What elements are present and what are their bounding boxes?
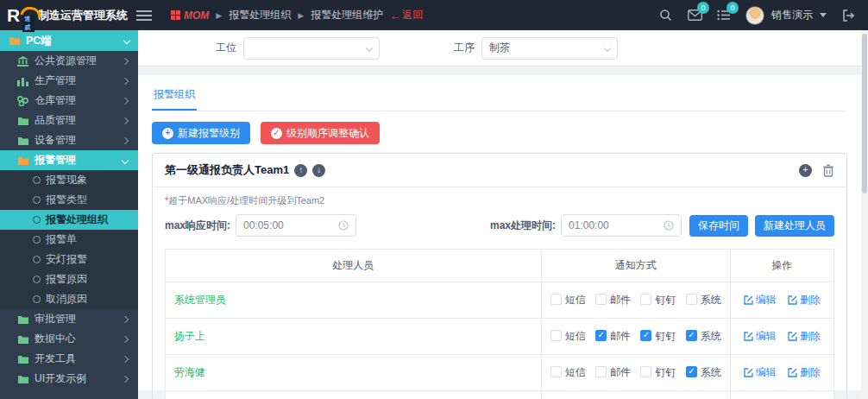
breadcrumb-item[interactable]: 报警处理组织 — [229, 8, 291, 22]
user-avatar[interactable] — [745, 6, 764, 25]
breadcrumb-home[interactable]: MOM — [171, 10, 209, 22]
ring-icon — [33, 176, 41, 184]
table-row: 系统管理员 短信 邮件 钉钉 系统 编辑 删除 — [166, 282, 834, 319]
email-checkbox[interactable] — [595, 294, 607, 305]
todo-list-icon[interactable]: 0 — [716, 8, 732, 23]
sidebar-item-quality[interactable]: 品质管理 — [0, 111, 138, 130]
ring-icon — [33, 256, 41, 263]
table-row: Alex 短信 邮件 钉钉 系统 编辑 删除 — [166, 391, 834, 399]
delete-link[interactable]: 删除 — [788, 293, 821, 307]
process-select[interactable]: 制茶 — [481, 37, 618, 60]
sidebar-root-pc[interactable]: PC端 — [0, 30, 138, 51]
logout-icon[interactable] — [840, 8, 856, 23]
back-button[interactable]: ← 返回 — [390, 8, 423, 22]
header-actions: 0 0 销售演示 — [657, 6, 868, 25]
max-handle-label: max处理时间: — [490, 218, 556, 233]
ring-icon — [33, 236, 41, 244]
move-up-icon[interactable]: ↑ — [294, 164, 307, 177]
save-time-button[interactable]: 保存时间 — [689, 215, 748, 237]
dingtalk-label: 钉钉 — [655, 294, 676, 306]
search-icon[interactable] — [657, 8, 673, 23]
sms-checkbox[interactable] — [550, 366, 562, 377]
app-logo: R 速威 制造运营管理系统 — [0, 6, 128, 24]
breadcrumb-item[interactable]: 报警处理组维护 — [311, 8, 383, 22]
user-name[interactable]: 销售演示 — [771, 8, 813, 22]
tab-bar: 报警组织 — [152, 84, 847, 111]
sidebar-item-dev-tools[interactable]: 开发工具 — [0, 349, 138, 369]
folder-icon — [17, 314, 29, 325]
system-label: 系统 — [701, 330, 721, 342]
chevron-down-icon — [366, 44, 373, 51]
chart-icon — [17, 76, 29, 86]
add-team-icon[interactable]: + — [799, 164, 812, 177]
delete-link[interactable]: 删除 — [788, 365, 821, 380]
sidebar-item-data-center[interactable]: 数据中心 — [0, 329, 138, 349]
max-handle-input[interactable]: 01:00:00 — [561, 214, 682, 237]
email-checkbox[interactable] — [595, 330, 607, 341]
sidebar-item-approval[interactable]: 审批管理 — [0, 309, 138, 329]
sidebar-sub-alarm-reason[interactable]: 报警原因 — [0, 269, 138, 289]
toolbar: + 新建报警级别 ✓ 级别顺序调整确认 — [152, 122, 847, 144]
sms-label: 短信 — [565, 294, 586, 306]
system-checkbox[interactable] — [686, 366, 697, 377]
confirm-level-order-button[interactable]: ✓ 级别顺序调整确认 — [261, 122, 380, 144]
sms-checkbox[interactable] — [550, 294, 562, 305]
email-label: 邮件 — [610, 294, 631, 306]
sidebar-sub-alarm-type[interactable]: 报警类型 — [0, 190, 138, 210]
table-row: 扬子上 短信 邮件 钉钉 系统 编辑 删除 — [166, 319, 834, 355]
edit-link[interactable]: 编辑 — [744, 293, 777, 307]
edit-link[interactable]: 编辑 — [744, 365, 777, 380]
clock-icon — [664, 220, 674, 231]
vertical-scrollbar[interactable] — [861, 30, 868, 399]
sidebar-item-equipment[interactable]: 设备管理 — [0, 130, 138, 150]
new-handler-button[interactable]: 新建处理人员 — [755, 215, 834, 237]
delete-team-icon[interactable] — [822, 164, 834, 177]
edit-link[interactable]: 编辑 — [744, 329, 777, 344]
dingtalk-checkbox[interactable] — [640, 330, 651, 341]
delete-link[interactable]: 删除 — [788, 329, 821, 344]
cluster-icon — [17, 96, 29, 106]
max-response-input[interactable]: 00:05:00 — [236, 214, 356, 237]
dingtalk-checkbox[interactable] — [640, 294, 651, 305]
breadcrumb-separator: ▶ — [298, 11, 304, 20]
sidebar-item-production[interactable]: 生产管理 — [0, 71, 138, 91]
dingtalk-checkbox[interactable] — [640, 366, 651, 377]
table-row: 劳海健 短信 邮件 钉钉 系统 编辑 删除 — [166, 355, 834, 391]
handler-name: 系统管理员 — [166, 282, 542, 319]
ring-icon — [33, 276, 41, 283]
sidebar-sub-alarm-order[interactable]: 报警单 — [0, 230, 138, 250]
email-label: 邮件 — [610, 366, 631, 378]
dingtalk-label: 钉钉 — [655, 366, 676, 378]
grid-icon — [171, 10, 180, 20]
sidebar-sub-cancel-reason[interactable]: 取消原因 — [0, 289, 138, 309]
logo-letter: R — [7, 6, 20, 24]
system-checkbox[interactable] — [686, 330, 697, 341]
team-title: 第一级通报负责人Team1 — [165, 162, 289, 178]
edit-icon — [744, 368, 753, 377]
folder-icon — [17, 374, 29, 384]
menu-toggle-icon[interactable] — [136, 10, 152, 21]
move-down-icon[interactable]: ↓ — [312, 164, 325, 177]
sms-checkbox[interactable] — [550, 330, 562, 341]
sidebar-item-warehouse[interactable]: 仓库管理 — [0, 91, 138, 111]
user-menu-caret-icon[interactable] — [820, 13, 827, 17]
sidebar-item-public-resources[interactable]: 公共资源管理 — [0, 51, 138, 71]
handler-name: 劳海健 — [166, 355, 542, 391]
mail-icon[interactable]: 0 — [687, 8, 702, 23]
system-checkbox[interactable] — [686, 294, 697, 305]
email-label: 邮件 — [610, 330, 631, 342]
clock-icon — [338, 220, 349, 231]
station-select[interactable] — [243, 37, 380, 60]
sidebar-sub-andon-alarm[interactable]: 安灯报警 — [0, 250, 138, 269]
sidebar-item-alarm-management[interactable]: 报警管理 — [0, 150, 138, 170]
new-alarm-level-button[interactable]: + 新建报警级别 — [152, 122, 250, 144]
folder-icon — [17, 155, 29, 166]
filter-bar: 工位 工序 制茶 — [138, 30, 861, 66]
sidebar-sub-alarm-phenomenon[interactable]: 报警现象 — [0, 170, 138, 190]
mail-badge: 0 — [697, 2, 709, 14]
scrollbar-thumb[interactable] — [862, 34, 867, 193]
sidebar-item-ui-demo[interactable]: UI开发示例 — [0, 369, 138, 389]
sidebar-sub-alarm-handling-org[interactable]: 报警处理组织 — [0, 210, 138, 230]
email-checkbox[interactable] — [595, 366, 607, 377]
tab-alarm-organization[interactable]: 报警组织 — [152, 84, 197, 111]
